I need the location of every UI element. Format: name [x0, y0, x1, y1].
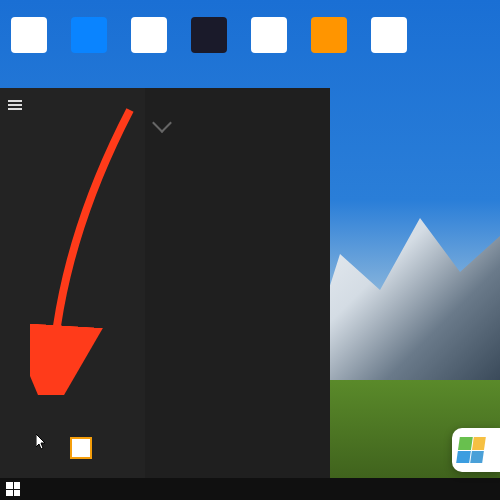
desktop-icon[interactable]	[125, 5, 173, 65]
desktop-icon[interactable]	[185, 5, 233, 65]
hamburger-icon	[8, 100, 22, 110]
start-menu-left-rail	[0, 88, 145, 478]
desktop-icon[interactable]	[65, 5, 113, 65]
desktop-icon[interactable]	[365, 5, 413, 65]
windows-logo-icon	[6, 482, 20, 496]
desktop-icon[interactable]	[5, 5, 53, 65]
start-menu-tiles-area	[145, 88, 330, 478]
desktop-icons-row	[5, 5, 413, 65]
windows-logo-icon	[456, 437, 486, 463]
desktop-icon[interactable]	[305, 5, 353, 65]
ime-indicator[interactable]	[70, 437, 92, 459]
start-menu	[0, 88, 330, 478]
start-menu-header[interactable]	[0, 88, 145, 122]
watermark	[452, 428, 500, 472]
start-button[interactable]	[0, 478, 26, 500]
mouse-cursor	[36, 434, 48, 450]
wallpaper-mountain	[300, 200, 500, 380]
taskbar[interactable]	[0, 478, 500, 500]
desktop-icon[interactable]	[245, 5, 293, 65]
